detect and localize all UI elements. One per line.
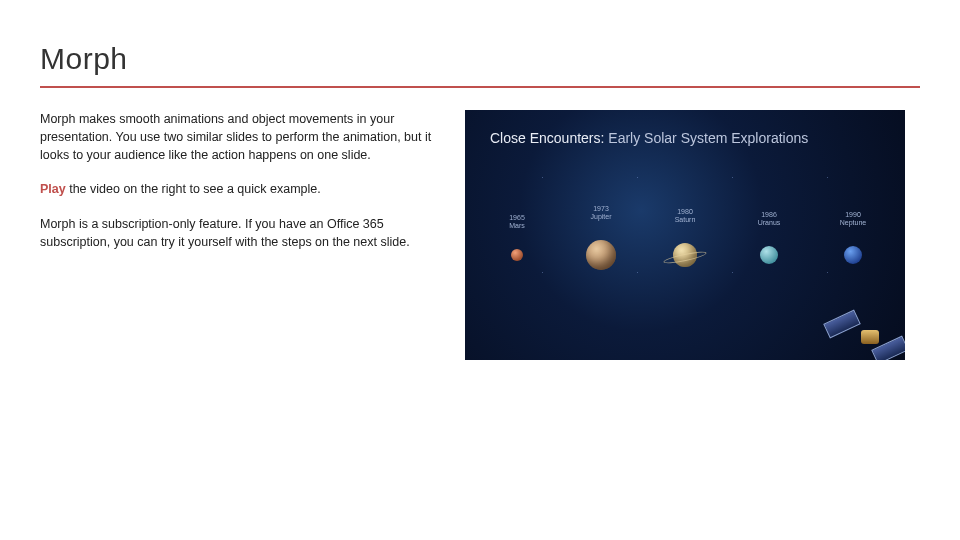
paragraph-1: Morph makes smooth animations and object… <box>40 110 435 164</box>
planets-row: 1965 Mars1973 Jupiter1980 Saturn1986 Ura… <box>475 205 895 270</box>
title-underline <box>40 86 920 88</box>
satellite-icon <box>819 289 905 360</box>
planet-icon <box>760 246 778 264</box>
content-row: Morph makes smooth animations and object… <box>40 110 920 360</box>
slide-title: Morph <box>40 42 920 76</box>
planet-icon <box>673 243 697 267</box>
planet-label: 1973 Jupiter <box>590 205 611 222</box>
planet-label: 1980 Saturn <box>675 208 696 225</box>
text-column: Morph makes smooth animations and object… <box>40 110 435 360</box>
planet-saturn: 1980 Saturn <box>651 208 719 267</box>
planet-icon <box>586 240 616 270</box>
planet-uranus: 1986 Uranus <box>735 211 803 264</box>
video-title: Close Encounters: Early Solar System Exp… <box>490 130 885 146</box>
slide: Morph Morph makes smooth animations and … <box>0 0 960 540</box>
planet-jupiter: 1973 Jupiter <box>567 205 635 270</box>
planet-label: 1986 Uranus <box>758 211 781 228</box>
play-word: Play <box>40 182 66 196</box>
video-title-sub: Early Solar System Explorations <box>608 130 808 146</box>
planet-label: 1965 Mars <box>509 214 525 231</box>
paragraph-2-rest: the video on the right to see a quick ex… <box>66 182 321 196</box>
planet-neptune: 1990 Neptune <box>819 211 887 264</box>
paragraph-2: Play the video on the right to see a qui… <box>40 180 435 198</box>
planet-icon <box>844 246 862 264</box>
video-thumbnail[interactable]: Close Encounters: Early Solar System Exp… <box>465 110 905 360</box>
paragraph-3: Morph is a subscription-only feature. If… <box>40 215 435 251</box>
planet-mars: 1965 Mars <box>483 214 551 261</box>
planet-icon <box>511 249 523 261</box>
planet-label: 1990 Neptune <box>840 211 866 228</box>
video-title-main: Close Encounters: <box>490 130 608 146</box>
